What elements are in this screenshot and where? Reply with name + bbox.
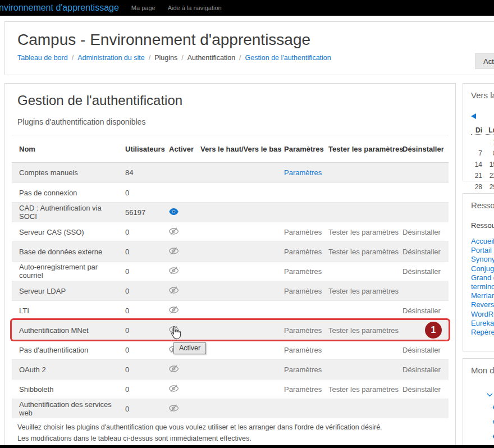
calendar-prev-icon[interactable] [471, 113, 476, 119]
settings-cell: Paramètres [277, 385, 321, 394]
breadcrumb-item[interactable]: Gestion de l'authentification [245, 54, 331, 62]
resource-link[interactable]: Grand di [471, 273, 494, 282]
nav-ma-page[interactable]: Ma page [131, 4, 155, 11]
site-brand-link[interactable]: nvironnement d'apprentissage [0, 3, 119, 13]
resource-link[interactable]: Synonym [471, 255, 494, 264]
test-cell: Tester les paramètres [321, 228, 395, 236]
plugin-name: Auto-enregistrement par courriel [12, 263, 118, 280]
uninstall-link[interactable]: Désinstaller [402, 346, 441, 354]
breadcrumb-separator: / [239, 54, 241, 62]
edit-mode-button[interactable]: Activ [475, 53, 494, 69]
uninstall-link[interactable]: Désinstaller [402, 228, 441, 236]
site-title: Campus - Environnement d'apprentissage [17, 31, 494, 49]
settings-link[interactable]: Paramètres [284, 346, 322, 354]
calendar-day[interactable]: 22 [486, 172, 494, 180]
settings-link[interactable]: Paramètres [284, 267, 322, 276]
resource-link[interactable]: Eureka [471, 319, 494, 328]
table-row: Auto-enregistrement par courriel0Paramèt… [12, 261, 449, 281]
uninstall-link[interactable]: Désinstaller [402, 248, 441, 256]
resource-link[interactable]: WordRe [471, 310, 494, 319]
resource-link[interactable]: Repère [471, 328, 494, 337]
table-row: Serveur CAS (SSO)0ParamètresTester les p… [12, 222, 449, 241]
column-header: Nom [12, 145, 118, 153]
page-header: Campus - Environnement d'apprentissage T… [4, 21, 494, 75]
resources-subtitle: Ressourc [471, 221, 494, 230]
resource-link[interactable]: Portail le [471, 246, 494, 255]
section-subtitle: Plugins d'authentification disponibles [17, 117, 455, 126]
uninstall-cell: Désinstaller [395, 385, 445, 394]
settings-link[interactable]: Paramètres [284, 287, 322, 295]
uninstall-link[interactable]: Désinstaller [402, 365, 441, 374]
resource-link[interactable]: Conjugu [471, 264, 494, 273]
plugin-name: Comptes manuels [12, 168, 118, 177]
plugin-user-count: 56197 [118, 208, 162, 217]
resource-link[interactable]: Accueil e [471, 237, 494, 246]
resource-link[interactable]: terminol [471, 282, 494, 291]
column-header: Vers le haut/Vers le bas [193, 145, 277, 153]
breadcrumb-item: Plugins [154, 54, 177, 62]
uninstall-link[interactable]: Désinstaller [402, 307, 441, 315]
test-settings-link[interactable]: Tester les paramètres [328, 287, 399, 295]
eye-hidden-icon[interactable] [169, 365, 179, 373]
test-settings-link[interactable]: Tester les paramètres [328, 326, 399, 335]
test-settings-link[interactable]: Tester les paramètres [328, 228, 399, 236]
settings-link[interactable]: Paramètres [284, 168, 322, 177]
calendar-day[interactable]: 28 [471, 183, 482, 191]
settings-link[interactable]: Paramètres [284, 228, 322, 236]
plugin-name: Authentification des services web [12, 400, 118, 417]
settings-link[interactable]: Paramètres [284, 248, 322, 256]
resource-link[interactable]: Merriam [471, 291, 494, 300]
bottom-edge-bar [0, 445, 494, 448]
calendar-day-header: Lu [486, 126, 494, 135]
activer-cell [162, 227, 193, 237]
table-row: Base de données externe0ParamètresTester… [12, 241, 449, 261]
calendar-day[interactable]: 29 [486, 183, 494, 191]
eye-hidden-icon[interactable] [169, 267, 179, 275]
tree-root[interactable]: A [487, 391, 494, 399]
test-settings-link[interactable]: Tester les paramètres [328, 248, 399, 256]
test-cell: Tester les paramètres [321, 385, 395, 394]
breadcrumb-item[interactable]: Tableau de bord [17, 54, 68, 62]
plugin-name: Serveur CAS (SSO) [12, 228, 118, 236]
plugin-user-count: 0 [118, 385, 162, 394]
calendar-day-header: Di [471, 126, 482, 135]
table-row: Comptes manuels84Paramètres [12, 163, 449, 182]
settings-link[interactable]: Paramètres [284, 385, 322, 394]
table-row: Serveur LDAP0ParamètresTester les paramè… [12, 281, 449, 300]
uninstall-link[interactable]: Désinstaller [402, 267, 441, 276]
resource-link[interactable]: Reverso [471, 300, 494, 309]
eye-hidden-icon[interactable] [169, 286, 179, 294]
calendar-day[interactable]: 1 [486, 138, 494, 146]
test-settings-link[interactable]: Tester les paramètres [328, 385, 399, 394]
breadcrumb-separator: / [181, 54, 183, 62]
eye-visible-icon[interactable] [169, 208, 179, 215]
eye-hidden-icon[interactable] [169, 247, 179, 255]
settings-link[interactable]: Paramètres [284, 365, 322, 374]
breadcrumb-item[interactable]: Administration du site [77, 54, 145, 62]
nav-aide-navigation[interactable]: Aide à la navigation [168, 4, 222, 11]
calendar-day[interactable]: 7 [471, 149, 482, 157]
uninstall-cell: Désinstaller [395, 248, 445, 256]
calendar-day[interactable]: 8 [486, 149, 494, 157]
plugin-name: Serveur LDAP [12, 287, 118, 295]
plugin-user-count: 0 [118, 189, 162, 197]
admin-block-title: Mon do [471, 365, 494, 375]
resource-links: Accueil ePortail leSynonymConjuguGrand d… [471, 237, 494, 337]
eye-hidden-icon[interactable] [169, 385, 179, 392]
settings-link[interactable]: Paramètres [284, 326, 322, 335]
calendar-day[interactable]: 14 [471, 161, 482, 168]
settings-cell: Paramètres [277, 326, 321, 335]
uninstall-link[interactable]: Désinstaller [402, 385, 441, 394]
calendar-day[interactable]: 21 [471, 172, 482, 180]
uninstall-cell: Désinstaller [395, 307, 445, 315]
eye-hidden-icon[interactable] [169, 227, 179, 235]
plugins-table-body: Comptes manuels84ParamètresPas de connex… [12, 163, 449, 418]
top-navbar: nvironnement d'apprentissage Ma page Aid… [0, 0, 494, 16]
plugin-name: Base de données externe [12, 248, 118, 256]
eye-hidden-icon[interactable] [169, 306, 179, 314]
breadcrumb-separator: / [149, 54, 150, 62]
eye-hidden-icon[interactable] [169, 404, 179, 412]
table-row: CAD : Authentification via SOCI56197 [12, 202, 449, 222]
table-row: Pas d'authentification0ParamètresDésinst… [12, 340, 449, 359]
calendar-day[interactable]: 15 [486, 161, 494, 168]
